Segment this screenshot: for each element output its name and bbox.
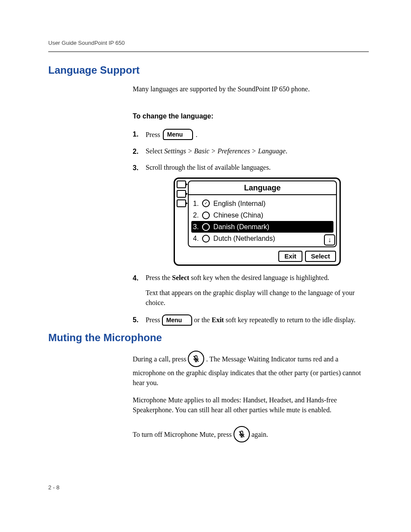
- menu-key-icon: Menu: [162, 314, 193, 326]
- step-3: Scroll through the list of available lan…: [133, 162, 369, 266]
- lcd-row: 1. ✓ English (Internal): [191, 198, 333, 209]
- lcd-row-index: 4.: [193, 233, 199, 243]
- step-5: Press Menu or the Exit soft key repeated…: [133, 314, 369, 326]
- step-2: Select Settings > Basic > Preferences > …: [133, 146, 369, 156]
- page-number: 2 - 8: [48, 484, 59, 491]
- lcd-title: Language: [189, 181, 336, 195]
- lcd-row-label: English (Internal): [213, 199, 265, 208]
- mute-p3-b: again.: [252, 431, 268, 438]
- lcd-row: 4. Dutch (Netherlands): [191, 233, 333, 244]
- step-2-nav: Settings > Basic > Preferences > Languag…: [164, 147, 286, 155]
- step-5-text-d: soft key repeatedly to return to the idl…: [224, 316, 356, 324]
- lcd-row-label: Danish (Denmark): [213, 222, 269, 232]
- step-1-period: .: [196, 130, 197, 140]
- mute-paragraph-1: During a call, press . The Message Waiti…: [133, 352, 369, 388]
- lcd-row-index: 2.: [193, 210, 199, 220]
- step-2-suffix: .: [286, 147, 287, 155]
- lcd-line-keys: [177, 180, 186, 207]
- softkey-exit: Exit: [278, 251, 302, 262]
- lcd-screenshot: Language 1. ✓ English (Internal) 2.: [174, 177, 341, 266]
- mute-paragraph-3: To turn off Microphone Mute, press again…: [133, 427, 369, 443]
- step-4-text-c: soft key when the desired language is hi…: [189, 274, 329, 281]
- step-4-select: Select: [172, 274, 189, 281]
- section-title-language-support: Language Support: [48, 64, 369, 76]
- lcd-row-label: Chinese (China): [213, 210, 263, 220]
- lcd-row: 2. Chinese (China): [191, 209, 333, 221]
- mute-p1-a: During a call, press: [133, 355, 188, 363]
- step-1-text: Press: [146, 130, 160, 140]
- step-5-text-a: Press: [146, 316, 162, 324]
- step-5-exit: Exit: [212, 316, 224, 324]
- mute-p3-a: To turn off Microphone Mute, press: [133, 431, 234, 438]
- lcd-row-selected: 3. Danish (Denmark): [191, 221, 333, 233]
- lcd-row-index: 1.: [193, 199, 199, 208]
- step-4-text-a: Press the: [146, 274, 172, 281]
- step-1: Press Menu .: [133, 129, 369, 140]
- arrow-down-icon: ↓: [324, 234, 335, 246]
- step-5-text-b: or the: [194, 316, 212, 324]
- lcd-list: 1. ✓ English (Internal) 2. Chinese (Chin…: [189, 195, 336, 246]
- lcd-row-label: Dutch (Netherlands): [213, 233, 275, 243]
- step-4-para2: Text that appears on the graphic display…: [146, 288, 369, 308]
- intro-paragraph: Many languages are supported by the Soun…: [133, 84, 369, 94]
- section-title-muting: Muting the Microphone: [48, 332, 369, 344]
- mute-button-icon: [234, 426, 250, 442]
- lcd-row-index: 3.: [193, 222, 199, 232]
- softkey-select: Select: [305, 251, 336, 262]
- header-rule: [48, 51, 369, 52]
- procedure-heading: To change the language:: [133, 111, 369, 121]
- checkbox-empty-icon: [202, 212, 210, 219]
- running-header: User Guide SoundPoint IP 650: [48, 40, 369, 46]
- checkbox-empty-icon: [202, 223, 210, 231]
- step-3-text: Scroll through the list of available lan…: [146, 164, 271, 171]
- menu-key-icon: Menu: [163, 129, 193, 140]
- step-4: Press the Select soft key when the desir…: [133, 273, 369, 308]
- step-2-prefix: Select: [146, 147, 164, 155]
- mute-paragraph-2: Microphone Mute applies to all modes: Ha…: [133, 395, 369, 415]
- line-key-icon: [177, 190, 186, 198]
- checkbox-checked-icon: ✓: [202, 199, 210, 207]
- line-key-icon: [177, 199, 186, 207]
- checkbox-empty-icon: [202, 235, 210, 243]
- line-key-icon: [177, 180, 186, 188]
- mute-button-icon: [188, 351, 204, 367]
